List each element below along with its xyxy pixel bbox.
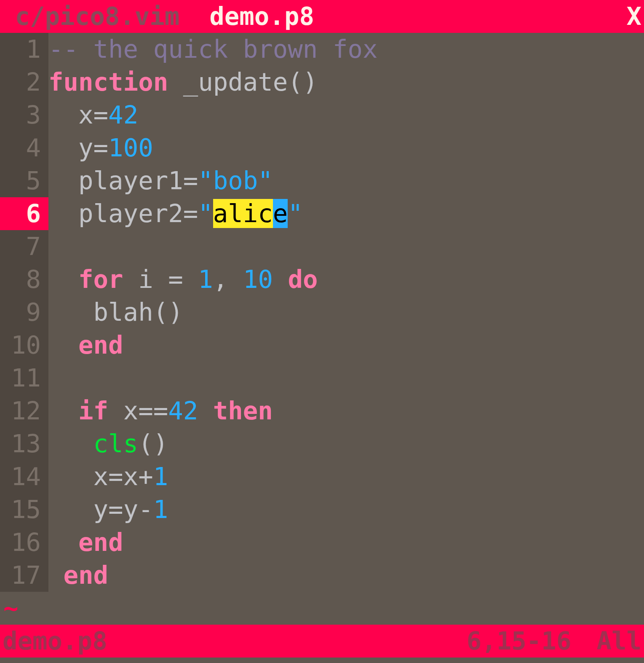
line-number: 2	[0, 66, 48, 99]
code-content	[48, 362, 644, 395]
operator-token: +	[138, 462, 153, 491]
tilde-icon: ~	[0, 592, 19, 625]
code-content: if x==42 then	[48, 395, 644, 427]
string-token: bob	[213, 166, 258, 195]
space	[108, 396, 123, 425]
operator-token: -	[138, 495, 153, 524]
space	[123, 265, 139, 294]
indent	[48, 429, 94, 458]
line-number-current: 6	[0, 197, 48, 230]
keyword-token: end	[64, 561, 109, 590]
line-number: 15	[0, 493, 48, 526]
tab-inactive[interactable]: c/pico8.vim	[0, 0, 195, 33]
tab-active[interactable]: demo.p8	[195, 0, 329, 33]
number-token: 1	[153, 495, 168, 524]
code-content: end	[48, 559, 644, 592]
line-number: 13	[0, 427, 48, 460]
keyword-token: end	[78, 528, 123, 557]
command-message: "demo.p8" 17L, 170C	[0, 658, 287, 663]
indent	[48, 330, 78, 360]
operator-token: =	[168, 265, 183, 294]
line-number: 9	[0, 296, 48, 329]
line-number: 7	[0, 230, 48, 263]
code-line: 15 y=y-1	[0, 493, 644, 526]
number-token: 100	[108, 133, 153, 162]
line-number: 14	[0, 460, 48, 493]
indent	[48, 133, 78, 162]
keyword-token: then	[213, 396, 273, 425]
code-content: -- the quick brown fox	[48, 33, 644, 66]
code-content	[48, 230, 644, 263]
code-line: 17 end	[0, 559, 644, 592]
keyword-token: end	[78, 330, 123, 360]
code-line: 2 function _update()	[0, 66, 644, 99]
status-percent: All	[596, 625, 644, 658]
operator-token: ==	[138, 396, 168, 425]
operator-token: =	[108, 495, 123, 524]
indent	[48, 199, 78, 228]
identifier-token: x	[123, 396, 139, 425]
code-content: player2="alice"	[48, 197, 644, 230]
close-icon[interactable]: X	[626, 0, 644, 33]
code-content: y=y-1	[48, 493, 644, 526]
code-content: cls()	[48, 427, 644, 460]
number-token: 10	[243, 265, 273, 294]
indent	[48, 528, 78, 557]
line-number: 4	[0, 132, 48, 164]
code-line: 3 x=42	[0, 99, 644, 132]
operator-token: =	[94, 100, 109, 129]
indent	[48, 462, 94, 491]
identifier-token: y	[94, 495, 109, 524]
code-line: 5 player1="bob"	[0, 164, 644, 197]
line-number: 17	[0, 559, 48, 592]
code-line: 12 if x==42 then	[0, 395, 644, 427]
command-count: 5	[519, 658, 644, 663]
identifier-token: y	[123, 495, 139, 524]
code-content: end	[48, 329, 644, 362]
status-position: 6,15-16	[467, 625, 597, 658]
code-line: 4 y=100	[0, 132, 644, 164]
number-token: 1	[153, 462, 168, 491]
paren-token: ()	[138, 429, 168, 458]
paren-token: ()	[288, 67, 318, 97]
code-line: 10 end	[0, 329, 644, 362]
line-number: 10	[0, 329, 48, 362]
comment-token: -- the quick brown fox	[48, 35, 377, 64]
status-filename: demo.p8	[0, 625, 107, 658]
code-line-current: 6 player2="alice"	[0, 197, 644, 230]
line-number: 1	[0, 33, 48, 66]
line-number: 16	[0, 526, 48, 559]
keyword-token: if	[78, 396, 108, 425]
editor-area[interactable]: 1 -- the quick brown fox 2 function _upd…	[0, 33, 644, 592]
code-content: x=x+1	[48, 460, 644, 493]
operator-token: =	[183, 166, 198, 195]
builtin-token: cls	[94, 429, 139, 458]
code-line: 16 end	[0, 526, 644, 559]
line-number: 3	[0, 99, 48, 132]
indent	[48, 396, 78, 425]
search-highlight: alic	[213, 199, 273, 228]
operator-token: =	[108, 462, 123, 491]
indent	[48, 495, 94, 524]
number-token: 1	[198, 265, 213, 294]
code-line: 8 for i = 1, 10 do	[0, 263, 644, 296]
code-content: function _update()	[48, 66, 644, 99]
command-line[interactable]: "demo.p8" 17L, 170C 5	[0, 658, 644, 663]
identifier-token: blah	[94, 298, 153, 327]
string-quote: "	[198, 199, 213, 228]
code-content: for i = 1, 10 do	[48, 263, 644, 296]
operator-token: =	[183, 199, 198, 228]
keyword-token: for	[78, 265, 123, 294]
code-content: y=100	[48, 132, 644, 164]
identifier-token: player1	[78, 166, 183, 195]
indent	[48, 265, 78, 294]
space	[153, 265, 168, 294]
space	[273, 265, 288, 294]
string-quote: "	[288, 199, 303, 228]
identifier-token: x	[94, 462, 109, 491]
paren-token: ()	[153, 298, 183, 327]
number-token: 42	[108, 100, 138, 129]
line-number: 12	[0, 395, 48, 427]
keyword-token: do	[288, 265, 318, 294]
keyword-token: function	[48, 67, 168, 97]
